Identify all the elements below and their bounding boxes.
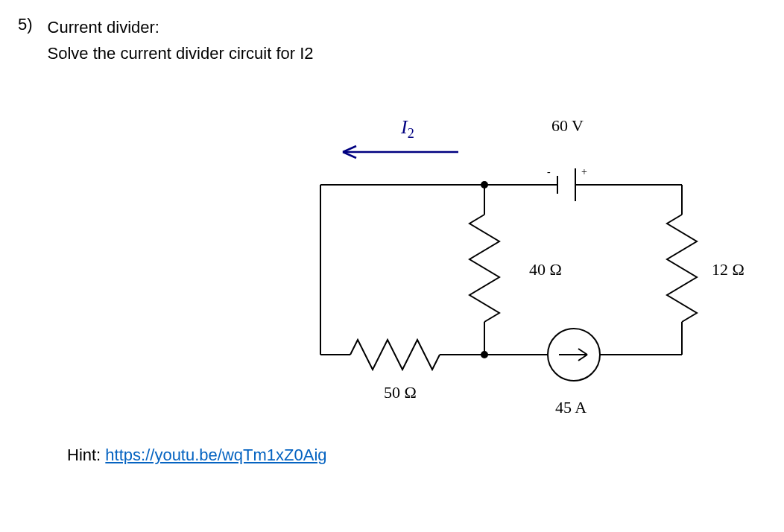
hint-prefix: Hint: xyxy=(67,446,105,464)
circuit-diagram: + - xyxy=(298,95,775,438)
label-r40: 40 Ω xyxy=(529,262,562,278)
label-voltage: 60 V xyxy=(551,118,584,134)
label-i2: I2 xyxy=(401,118,414,140)
label-current-source: 45 A xyxy=(555,399,587,416)
svg-text:+: + xyxy=(581,166,587,177)
problem-number: 5) xyxy=(18,15,33,34)
label-r50: 50 Ω xyxy=(384,384,417,401)
svg-point-17 xyxy=(481,182,487,188)
problem-text-block: Current divider: Solve the current divid… xyxy=(48,15,314,66)
svg-text:-: - xyxy=(547,166,551,177)
i2-symbol: I xyxy=(401,116,408,138)
problem-header: 5) Current divider: Solve the current di… xyxy=(15,15,769,66)
label-r12: 12 Ω xyxy=(712,262,745,278)
problem-title: Current divider: xyxy=(48,15,314,39)
i2-subscript: 2 xyxy=(408,126,414,141)
hint-link[interactable]: https://youtu.be/wqTm1xZ0Aig xyxy=(105,446,326,464)
problem-instruction: Solve the current divider circuit for I2 xyxy=(48,41,314,66)
svg-line-22 xyxy=(578,349,587,355)
svg-line-23 xyxy=(578,355,587,361)
